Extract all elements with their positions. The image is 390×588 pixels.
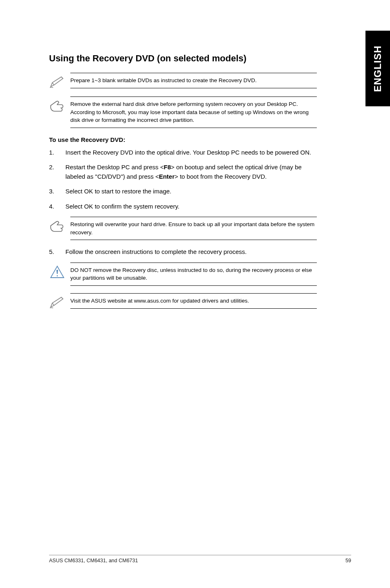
step-number: 5. xyxy=(49,247,65,257)
step-text: Restart the Desktop PC and press <F8> on… xyxy=(65,163,317,181)
note-body: Prepare 1~3 blank writable DVDs as instr… xyxy=(70,73,317,88)
list-item: 3. Select OK to start to restore the ima… xyxy=(49,187,317,196)
note-body: DO NOT remove the Recovery disc, unless … xyxy=(70,263,317,286)
note-do-not-remove: DO NOT remove the Recovery disc, unless … xyxy=(49,263,317,286)
step-text: Select OK to start to restore the image. xyxy=(65,187,317,196)
list-item: 2. Restart the Desktop PC and press <F8>… xyxy=(49,163,317,181)
note-body: Remove the external hard disk drive befo… xyxy=(70,97,317,128)
step-number: 2. xyxy=(49,163,65,181)
hand-point-icon xyxy=(49,217,70,235)
pencil-icon xyxy=(49,73,70,89)
list-item: 5. Follow the onscreen instructions to c… xyxy=(49,247,317,257)
note-restoring-overwrite: Restoring will overwrite your hard drive… xyxy=(49,217,317,240)
pencil-icon xyxy=(49,293,70,310)
step-number: 1. xyxy=(49,148,65,157)
step-number: 4. xyxy=(49,202,65,211)
language-tab: ENGLISH xyxy=(365,31,390,106)
section-label: To use the Recovery DVD: xyxy=(49,136,317,143)
step-text: Select OK to confirm the system recovery… xyxy=(65,202,317,211)
language-tab-label: ENGLISH xyxy=(372,45,383,92)
page-footer: ASUS CM6331, CM6431, and CM6731 59 xyxy=(49,555,351,563)
note-body: Restoring will overwrite your hard drive… xyxy=(70,217,317,240)
list-item: 4. Select OK to confirm the system recov… xyxy=(49,202,317,211)
step-text: Insert the Recovery DVD into the optical… xyxy=(65,148,317,157)
steps-list-continued: 5. Follow the onscreen instructions to c… xyxy=(49,247,317,257)
step-text: Follow the onscreen instructions to comp… xyxy=(65,247,317,257)
steps-list: 1. Insert the Recovery DVD into the opti… xyxy=(49,148,317,211)
note-body: Visit the ASUS website at www.asus.com f… xyxy=(70,293,317,309)
footer-left: ASUS CM6331, CM6431, and CM6731 xyxy=(49,558,138,563)
note-visit-website: Visit the ASUS website at www.asus.com f… xyxy=(49,293,317,310)
note-prepare-dvds: Prepare 1~3 blank writable DVDs as instr… xyxy=(49,73,317,89)
hand-point-icon xyxy=(49,97,70,114)
note-remove-hdd: Remove the external hard disk drive befo… xyxy=(49,97,317,128)
list-item: 1. Insert the Recovery DVD into the opti… xyxy=(49,148,317,157)
warning-icon xyxy=(49,263,70,280)
footer-page-number: 59 xyxy=(345,558,351,563)
page-heading: Using the Recovery DVD (on selected mode… xyxy=(49,53,317,64)
page-content: Using the Recovery DVD (on selected mode… xyxy=(0,0,356,310)
step-number: 3. xyxy=(49,187,65,196)
